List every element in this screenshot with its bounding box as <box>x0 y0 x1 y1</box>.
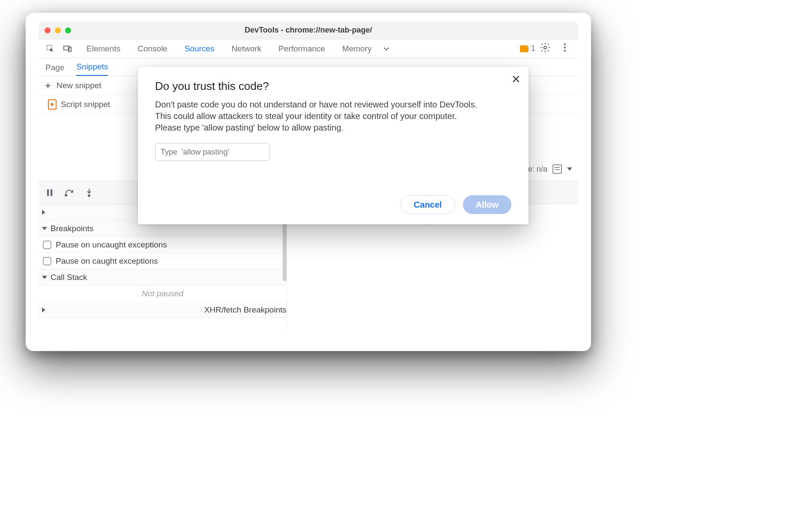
inspect-element-icon[interactable] <box>45 43 57 55</box>
step-over-icon[interactable] <box>64 188 75 198</box>
tab-elements[interactable]: Elements <box>87 44 120 54</box>
titlebar: DevTools - chrome://new-tab-page/ <box>39 21 578 39</box>
allow-pasting-input[interactable] <box>155 143 270 161</box>
pause-uncaught-checkbox[interactable]: Pause on uncaught exceptions <box>39 237 287 253</box>
svg-rect-8 <box>51 189 52 196</box>
section-xhr-label: XHR/fetch Breakpoints <box>204 305 287 315</box>
svg-point-9 <box>65 194 67 196</box>
tab-console[interactable]: Console <box>137 44 167 54</box>
settings-gear-icon[interactable] <box>540 42 551 55</box>
device-toolbar-icon[interactable] <box>62 43 74 55</box>
issues-count: 1 <box>531 44 535 53</box>
checkbox-icon <box>43 241 51 249</box>
subtab-page[interactable]: Page <box>45 63 64 76</box>
tab-performance[interactable]: Performance <box>278 44 325 54</box>
step-into-icon[interactable] <box>84 188 94 198</box>
window-title: DevTools - chrome://new-tab-page/ <box>39 26 578 35</box>
pause-caught-checkbox[interactable]: Pause on caught exceptions <box>39 253 287 269</box>
section-callstack-label: Call Stack <box>51 273 87 282</box>
main-toolbar: Elements Console Sources Network Perform… <box>39 39 578 58</box>
svg-point-3 <box>544 46 547 49</box>
svg-point-10 <box>88 195 90 196</box>
chevron-right-icon <box>42 307 201 313</box>
issues-counter[interactable]: 1 <box>520 44 535 53</box>
dialog-title: Do you trust this code? <box>155 80 511 93</box>
kebab-menu-icon[interactable] <box>559 42 570 55</box>
snippet-item-label: Script snippet <box>61 100 110 109</box>
tab-sources[interactable]: Sources <box>185 44 215 54</box>
svg-point-6 <box>564 50 566 51</box>
pause-uncaught-label: Pause on uncaught exceptions <box>56 240 167 250</box>
chevron-down-icon <box>42 227 47 230</box>
svg-point-4 <box>564 43 566 45</box>
svg-rect-7 <box>47 189 49 196</box>
more-tabs-icon[interactable] <box>380 43 392 55</box>
section-callstack[interactable]: Call Stack <box>39 269 287 286</box>
warning-icon <box>520 45 528 52</box>
chevron-down-icon <box>567 167 572 171</box>
trust-code-dialog: ✕ Do you trust this code? Don't paste co… <box>138 67 528 224</box>
pause-icon[interactable] <box>45 188 55 198</box>
coverage-chip-icon <box>552 164 562 174</box>
dialog-body: Don't paste code you do not understand o… <box>155 99 481 134</box>
callstack-not-paused: Not paused <box>39 286 287 302</box>
snippet-file-icon <box>48 99 57 110</box>
devtools-window: DevTools - chrome://new-tab-page/ Elemen… <box>39 21 578 330</box>
tab-network[interactable]: Network <box>232 44 262 54</box>
section-xhr[interactable]: XHR/fetch Breakpoints <box>39 302 287 318</box>
pause-caught-label: Pause on caught exceptions <box>56 256 158 266</box>
checkbox-icon <box>43 257 51 265</box>
cancel-button[interactable]: Cancel <box>400 195 455 214</box>
allow-button[interactable]: Allow <box>463 195 511 214</box>
svg-point-5 <box>564 47 566 48</box>
new-snippet-label: New snippet <box>57 81 102 90</box>
chevron-down-icon <box>42 276 47 279</box>
subtab-snippets[interactable]: Snippets <box>76 62 108 76</box>
tab-memory[interactable]: Memory <box>342 44 372 54</box>
close-icon[interactable]: ✕ <box>511 73 521 86</box>
plus-icon: + <box>44 80 52 92</box>
section-breakpoints-label: Breakpoints <box>51 224 93 233</box>
